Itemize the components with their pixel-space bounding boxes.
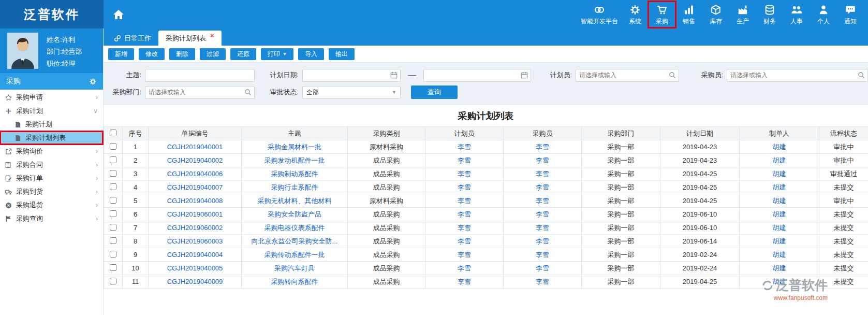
creator-link[interactable]: 胡建 <box>740 140 819 154</box>
buyer-link[interactable]: 李雪 <box>504 167 582 181</box>
subject-link[interactable]: 采购行走系配件 <box>242 181 348 194</box>
date-from-input[interactable] <box>302 69 401 82</box>
sidebar-menu-item[interactable]: 采购到货 › <box>0 185 103 198</box>
creator-link[interactable]: 胡建 <box>740 262 819 275</box>
search-button[interactable]: 查询 <box>411 85 458 99</box>
creator-link[interactable]: 胡建 <box>740 194 819 208</box>
buyer-link[interactable]: 李雪 <box>504 221 582 235</box>
buyer-link[interactable]: 李雪 <box>504 235 582 248</box>
doc-number-link[interactable]: CGJH2019040008 <box>149 194 242 208</box>
buyer-link[interactable]: 李雪 <box>504 248 582 262</box>
sidebar-menu-item[interactable]: 采购订单 › <box>0 171 103 185</box>
subject-link[interactable]: 采购无机材料、其他材料 <box>242 194 348 208</box>
row-checkbox[interactable] <box>110 156 116 163</box>
doc-number-link[interactable]: CGJH2019040002 <box>149 154 242 167</box>
planner-link[interactable]: 李雪 <box>425 181 504 194</box>
toolbar-button[interactable]: 修改 <box>139 48 165 60</box>
buyer-link[interactable]: 李雪 <box>504 262 582 275</box>
planner-link[interactable]: 李雪 <box>425 248 504 262</box>
tab-daily-work[interactable]: 日常工作 <box>107 31 158 46</box>
subject-link[interactable]: 采购金属材料一批 <box>242 140 348 154</box>
creator-link[interactable]: 胡建 <box>740 181 819 194</box>
sidebar-menu-item[interactable]: 采购计划 <box>0 118 103 131</box>
doc-number-link[interactable]: CGJH2019040007 <box>149 181 242 194</box>
doc-number-link[interactable]: CGJH2019040005 <box>149 262 242 275</box>
planner-link[interactable]: 李雪 <box>425 167 504 181</box>
row-checkbox[interactable] <box>110 237 116 244</box>
row-checkbox[interactable] <box>110 197 116 204</box>
module-nav-item[interactable]: 采购 <box>649 2 675 27</box>
doc-number-link[interactable]: CGJH2019060003 <box>149 235 242 248</box>
select-all-checkbox[interactable] <box>110 130 116 136</box>
toolbar-button[interactable]: 删除 <box>169 48 195 60</box>
module-nav-item[interactable]: 智能开发平台 <box>577 2 622 27</box>
department-input[interactable] <box>145 86 255 99</box>
sidebar-menu-item[interactable]: 采购计划列表 <box>0 131 103 145</box>
buyer-link[interactable]: 李雪 <box>504 140 582 154</box>
subject-link[interactable]: 采购转向系配件 <box>242 275 348 289</box>
planner-link[interactable]: 李雪 <box>425 275 504 289</box>
doc-number-link[interactable]: CGJH2019060001 <box>149 208 242 221</box>
row-checkbox[interactable] <box>110 278 116 284</box>
approval-status-select[interactable]: 全部 ▼ <box>302 86 401 99</box>
creator-link[interactable]: 胡建 <box>740 235 819 248</box>
doc-number-link[interactable]: CGJH2019040006 <box>149 167 242 181</box>
toolbar-button[interactable]: 打印 ▼ <box>261 48 293 60</box>
buyer-link[interactable]: 李雪 <box>504 208 582 221</box>
planner-link[interactable]: 李雪 <box>425 235 504 248</box>
row-checkbox[interactable] <box>110 183 116 190</box>
buyer-link[interactable]: 李雪 <box>504 181 582 194</box>
buyer-link[interactable]: 李雪 <box>504 275 582 289</box>
toolbar-button[interactable]: 还原 <box>230 48 256 60</box>
toolbar-button[interactable]: 输出 <box>329 48 355 60</box>
subject-link[interactable]: 采购传动系配件一批 <box>242 248 348 262</box>
toolbar-button[interactable]: 导入 <box>298 48 324 60</box>
home-button[interactable] <box>104 0 134 28</box>
subject-link[interactable]: 采购电器仪表系配件 <box>242 221 348 235</box>
subject-link[interactable]: 采购安全防盗产品 <box>242 208 348 221</box>
module-nav-item[interactable]: 系统 <box>622 2 649 27</box>
doc-number-link[interactable]: CGJH2019040001 <box>149 140 242 154</box>
sidebar-menu-item[interactable]: 采购计划 ∨ <box>0 104 103 118</box>
sidebar-menu-item[interactable]: 采购合同 › <box>0 158 103 171</box>
buyer-input[interactable] <box>727 69 868 82</box>
sidebar-menu-item[interactable]: 采购申请 › <box>0 91 103 104</box>
module-nav-item[interactable]: 人事 <box>783 2 810 27</box>
sidebar-menu-item[interactable]: 采购查询 › <box>0 212 103 225</box>
toolbar-button[interactable]: 新增 <box>108 48 134 60</box>
doc-number-link[interactable]: CGJH2019060002 <box>149 221 242 235</box>
row-checkbox[interactable] <box>110 264 116 271</box>
tab-purchase-plan-list[interactable]: 采购计划列表 × <box>158 31 222 46</box>
planner-link[interactable]: 李雪 <box>425 221 504 235</box>
doc-number-link[interactable]: CGJH2019040004 <box>149 248 242 262</box>
creator-link[interactable]: 胡建 <box>740 208 819 221</box>
creator-link[interactable]: 胡建 <box>740 167 819 181</box>
row-checkbox[interactable] <box>110 251 116 257</box>
buyer-link[interactable]: 李雪 <box>504 154 582 167</box>
module-nav-item[interactable]: 销售 <box>675 2 702 27</box>
creator-link[interactable]: 胡建 <box>740 248 819 262</box>
buyer-link[interactable]: 李雪 <box>504 194 582 208</box>
planner-input[interactable] <box>576 69 679 82</box>
gear-icon[interactable] <box>89 78 97 85</box>
date-to-input[interactable] <box>423 69 531 82</box>
close-icon[interactable]: × <box>210 32 214 39</box>
subject-link[interactable]: 采购制动系配件 <box>242 167 348 181</box>
toolbar-button[interactable]: 过滤 <box>200 48 226 60</box>
creator-link[interactable]: 胡建 <box>740 275 819 289</box>
module-nav-item[interactable]: 财务 <box>756 2 783 27</box>
row-checkbox[interactable] <box>110 143 116 150</box>
row-checkbox[interactable] <box>110 170 116 177</box>
module-nav-item[interactable]: 个人 <box>810 2 837 27</box>
subject-link[interactable]: 采购发动机配件一批 <box>242 154 348 167</box>
module-nav-item[interactable]: 生产 <box>729 2 756 27</box>
doc-number-link[interactable]: CGJH2019040009 <box>149 275 242 289</box>
sidebar-menu-item[interactable]: 采购退货 › <box>0 198 103 212</box>
subject-link[interactable]: 向北京永益公司采购安全防... <box>242 235 348 248</box>
planner-link[interactable]: 李雪 <box>425 154 504 167</box>
module-nav-item[interactable]: 通知 <box>837 2 864 27</box>
planner-link[interactable]: 李雪 <box>425 194 504 208</box>
creator-link[interactable]: 胡建 <box>740 221 819 235</box>
planner-link[interactable]: 李雪 <box>425 262 504 275</box>
planner-link[interactable]: 李雪 <box>425 208 504 221</box>
